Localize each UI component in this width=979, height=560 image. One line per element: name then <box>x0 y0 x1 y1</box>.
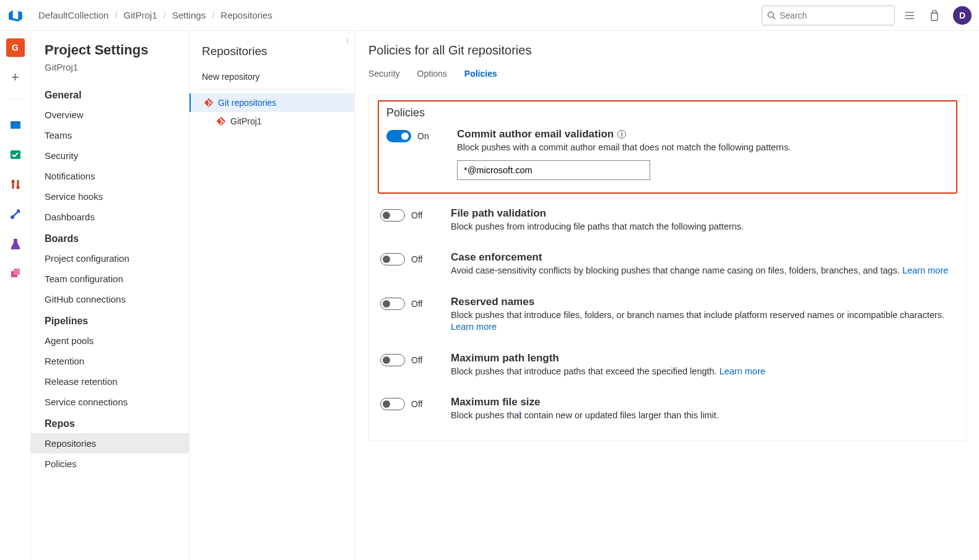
policy-description: Avoid case-sensitivity conflicts by bloc… <box>451 265 948 277</box>
settings-item[interactable]: GitHub connections <box>31 289 189 309</box>
settings-item[interactable]: Repositories <box>31 433 189 454</box>
page-title: Project Settings <box>31 42 189 62</box>
add-button[interactable]: + <box>6 68 25 87</box>
policies-card-title: Policies <box>386 106 949 119</box>
toggle[interactable] <box>386 130 411 142</box>
policy-row: OffMaximum file sizeBlock pushes that co… <box>380 396 955 422</box>
policy-description: Block pushes with a commit author email … <box>457 142 791 154</box>
overview-hub-icon[interactable] <box>6 116 25 134</box>
search-input-wrap[interactable] <box>762 6 895 25</box>
boards-hub-icon[interactable] <box>6 145 25 164</box>
policy-pattern-input[interactable] <box>457 160 650 180</box>
topbar: DefaultCollection / GitProj1 / Settings … <box>0 0 979 31</box>
toggle[interactable] <box>380 298 405 310</box>
settings-item[interactable]: Service connections <box>31 392 189 412</box>
settings-item[interactable]: Dashboards <box>31 207 189 227</box>
settings-item[interactable]: Project configuration <box>31 248 189 269</box>
settings-section-title: Boards <box>31 227 189 248</box>
testplans-hub-icon[interactable] <box>6 235 25 253</box>
policy-description: Block pushes that contain new or updated… <box>451 410 719 422</box>
breadcrumb-item[interactable]: GitProj1 <box>124 10 157 20</box>
breadcrumb-item[interactable]: Repositories <box>220 10 272 20</box>
breadcrumb: DefaultCollection / GitProj1 / Settings … <box>38 10 272 20</box>
policy-row: OffReserved namesBlock pushes that intro… <box>380 296 955 334</box>
settings-nav: Project Settings GitProj1 GeneralOvervie… <box>31 31 189 560</box>
project-tile[interactable]: G <box>6 38 25 57</box>
settings-item[interactable]: Notifications <box>31 166 189 186</box>
policy-title: Maximum file size <box>451 396 541 408</box>
breadcrumb-sep: / <box>163 10 166 20</box>
tab-security[interactable]: Security <box>368 69 400 82</box>
learn-more-link[interactable]: Learn more <box>902 265 948 275</box>
avatar[interactable]: D <box>953 6 972 25</box>
settings-item[interactable]: Security <box>31 145 189 166</box>
policies-card: PoliciesOnCommit author email validation… <box>368 95 967 441</box>
search-input[interactable] <box>780 11 889 20</box>
collapse-panel-icon[interactable]: 〈 <box>342 36 349 45</box>
toggle[interactable] <box>380 209 405 222</box>
new-repository-button[interactable]: New repository <box>189 67 354 89</box>
breadcrumb-item[interactable]: Settings <box>172 10 206 20</box>
product-logo[interactable] <box>7 7 24 24</box>
policy-row: OffCase enforcementAvoid case-sensitivit… <box>380 251 955 277</box>
settings-item[interactable]: Teams <box>31 125 189 145</box>
list-view-icon[interactable] <box>900 6 920 25</box>
toggle-state-label: Off <box>411 254 422 264</box>
rail-divider <box>8 99 23 100</box>
pipelines-hub-icon[interactable] <box>6 205 25 223</box>
left-rail: G + <box>0 31 31 560</box>
divider <box>198 89 346 90</box>
policy-title: Maximum path length <box>451 352 559 364</box>
policy-title: Case enforcement <box>451 251 542 264</box>
svg-rect-12 <box>14 269 20 275</box>
search-icon <box>767 11 776 20</box>
repo-tree-label: GitProj1 <box>230 116 262 126</box>
svg-point-0 <box>768 12 773 17</box>
tab-options[interactable]: Options <box>417 69 447 82</box>
git-icon <box>204 98 213 107</box>
repo-tree-item[interactable]: Git repositories <box>189 93 354 112</box>
breadcrumb-sep: / <box>212 10 214 20</box>
breadcrumb-item[interactable]: DefaultCollection <box>38 10 108 20</box>
toggle[interactable] <box>380 398 405 410</box>
settings-section-title: General <box>31 84 189 105</box>
artifacts-hub-icon[interactable] <box>6 264 25 283</box>
policy-row: OnCommit author email validationiBlock p… <box>386 128 949 180</box>
tab-policies[interactable]: Policies <box>464 69 497 82</box>
svg-point-9 <box>16 186 19 189</box>
learn-more-link[interactable]: Learn more <box>451 322 497 332</box>
toggle-state-label: On <box>417 131 429 141</box>
policy-description: Block pushes that introduce files, folde… <box>451 309 955 334</box>
repositories-heading: Repositories <box>189 45 354 67</box>
policy-description: Block pushes that introduce paths that e… <box>451 366 765 378</box>
settings-item[interactable]: Retention <box>31 351 189 371</box>
settings-section-title: Repos <box>31 412 189 433</box>
toggle-state-label: Off <box>411 299 422 309</box>
info-icon[interactable]: i <box>617 130 626 139</box>
breadcrumb-sep: / <box>115 10 117 20</box>
settings-item[interactable]: Release retention <box>31 371 189 392</box>
policy-title: Reserved names <box>451 296 534 308</box>
svg-rect-6 <box>11 121 20 123</box>
settings-section-title: Pipelines <box>31 309 189 330</box>
toggle[interactable] <box>380 354 405 366</box>
repo-tree-item[interactable]: GitProj1 <box>189 112 354 131</box>
svg-point-8 <box>11 180 14 183</box>
repos-hub-icon[interactable] <box>6 175 25 194</box>
svg-point-10 <box>11 215 14 219</box>
project-name: GitProj1 <box>31 62 189 84</box>
settings-item[interactable]: Overview <box>31 105 189 125</box>
toggle[interactable] <box>380 253 405 265</box>
repo-tree-label: Git repositories <box>218 98 276 108</box>
svg-line-1 <box>773 17 775 19</box>
toggle-state-label: Off <box>411 355 422 365</box>
settings-item[interactable]: Team configuration <box>31 269 189 289</box>
policy-row: OffFile path validationBlock pushes from… <box>380 207 955 233</box>
policy-title: File path validation <box>451 207 546 220</box>
learn-more-link[interactable]: Learn more <box>720 366 765 376</box>
settings-item[interactable]: Agent pools <box>31 330 189 351</box>
marketplace-icon[interactable] <box>925 6 944 25</box>
git-icon <box>217 117 225 126</box>
settings-item[interactable]: Service hooks <box>31 186 189 207</box>
settings-item[interactable]: Policies <box>31 454 189 474</box>
